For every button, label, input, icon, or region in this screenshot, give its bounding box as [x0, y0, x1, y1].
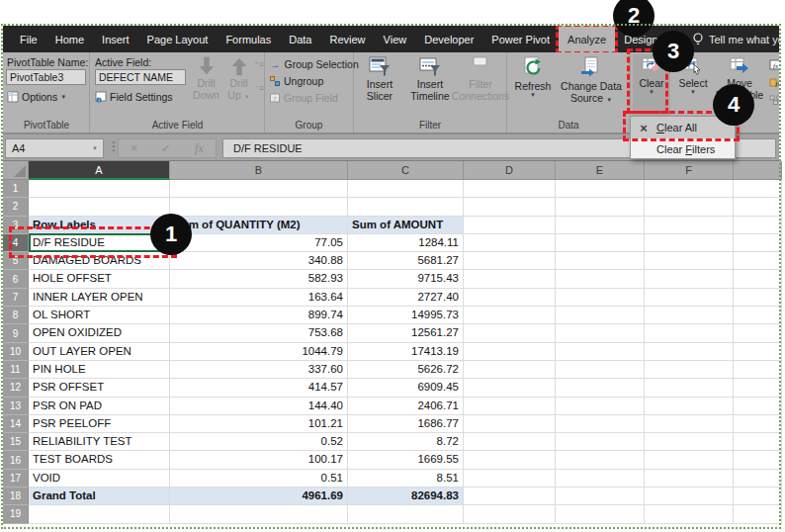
cell-g10[interactable]	[734, 343, 782, 361]
cell-e17[interactable]	[556, 470, 645, 488]
cell-f1[interactable]	[645, 180, 734, 198]
cell-d4[interactable]	[464, 234, 556, 252]
cell-a1[interactable]	[29, 180, 170, 198]
cell-e14[interactable]	[556, 415, 645, 433]
relationships-button[interactable]: R	[769, 94, 779, 106]
cell-a13[interactable]: PSR ON PAD	[29, 398, 170, 415]
drill-up-button[interactable]: Drill Up ▼	[222, 55, 255, 101]
group-field-button[interactable]: 7 Group Field	[270, 92, 338, 104]
cell-a10[interactable]: OUT LAYER OPEN	[29, 343, 170, 361]
cell-b18[interactable]: 4961.69	[170, 488, 348, 505]
cell-e5[interactable]	[556, 252, 645, 270]
column-header-e[interactable]: E	[556, 161, 645, 180]
cell-b10[interactable]: 1044.79	[170, 343, 348, 361]
cell-g18[interactable]	[734, 488, 782, 505]
cell-g14[interactable]	[734, 415, 782, 433]
cell-f5[interactable]	[645, 252, 734, 270]
enter-icon[interactable]: ✓	[161, 141, 171, 155]
row-header-15[interactable]: 15	[3, 433, 29, 451]
row-header-16[interactable]: 16	[3, 451, 29, 469]
cell-c13[interactable]: 2406.71	[348, 398, 464, 415]
cell-c7[interactable]: 2727.40	[348, 289, 464, 307]
tab-formulas[interactable]: Formulas	[217, 26, 280, 52]
cell-b17[interactable]: 0.51	[170, 470, 348, 488]
cell-c6[interactable]: 9715.43	[348, 270, 464, 288]
cell-f3[interactable]	[645, 217, 734, 234]
cell-c3[interactable]: Sum of AMOUNT	[348, 217, 464, 234]
cell-g9[interactable]	[734, 324, 782, 342]
insert-function-icon[interactable]: fx	[195, 140, 204, 156]
cell-g12[interactable]	[734, 379, 782, 397]
cell-b1[interactable]	[170, 180, 348, 198]
cell-b2[interactable]	[170, 198, 348, 216]
cell-e11[interactable]	[556, 361, 645, 379]
cell-e15[interactable]	[556, 433, 645, 451]
row-header-17[interactable]: 17	[3, 470, 29, 488]
cell-b19[interactable]	[170, 505, 348, 523]
cell-e3[interactable]	[556, 217, 645, 234]
cell-c12[interactable]: 6909.45	[348, 379, 464, 397]
cell-c18[interactable]: 82694.83	[348, 488, 464, 505]
tab-analyze[interactable]: Analyze	[559, 26, 615, 52]
cell-f4[interactable]	[645, 234, 734, 252]
cell-c8[interactable]: 14995.73	[348, 307, 464, 324]
cell-b14[interactable]: 101.21	[170, 415, 348, 433]
cell-a6[interactable]: HOLE OFFSET	[29, 270, 170, 288]
cell-a18[interactable]: Grand Total	[29, 488, 170, 505]
cell-g1[interactable]	[734, 180, 782, 198]
cell-b11[interactable]: 337.60	[170, 361, 348, 379]
tab-file[interactable]: File	[11, 26, 46, 52]
cell-f11[interactable]	[645, 361, 734, 379]
cell-f15[interactable]	[645, 433, 734, 451]
row-header-7[interactable]: 7	[3, 289, 29, 307]
cell-b9[interactable]: 753.68	[170, 324, 348, 342]
cell-g13[interactable]	[734, 398, 782, 415]
field-settings-button[interactable]: i Field Settings	[95, 91, 173, 103]
cell-b4[interactable]: 77.05	[170, 234, 348, 252]
row-header-5[interactable]: 5	[3, 252, 29, 270]
cell-c4[interactable]: 1284.11	[348, 234, 464, 252]
cell-a3[interactable]: Row Labels	[29, 217, 170, 234]
ungroup-button[interactable]: Ungroup	[270, 75, 323, 87]
cell-e6[interactable]	[556, 270, 645, 288]
tab-home[interactable]: Home	[46, 26, 93, 52]
cell-f19[interactable]	[645, 505, 734, 523]
cell-g16[interactable]	[734, 451, 782, 469]
cell-b15[interactable]: 0.52	[170, 433, 348, 451]
cell-a19[interactable]	[29, 505, 170, 523]
row-header-14[interactable]: 14	[3, 415, 29, 433]
row-header-9[interactable]: 9	[3, 324, 29, 342]
cell-a9[interactable]: OPEN OXIDIZED	[29, 324, 170, 342]
insert-timeline-button[interactable]: Insert Timeline	[404, 56, 456, 102]
refresh-button[interactable]: Refresh ▼	[511, 56, 555, 98]
row-header-3[interactable]: 3	[3, 217, 29, 234]
cell-f7[interactable]	[645, 289, 734, 307]
row-header-19[interactable]: 19	[3, 505, 29, 523]
olap-tools-button[interactable]: fx O	[769, 76, 779, 88]
cell-g7[interactable]	[734, 289, 782, 307]
cell-f14[interactable]	[645, 415, 734, 433]
column-header-f[interactable]: F	[645, 161, 734, 180]
options-button[interactable]: Options ▼	[7, 91, 66, 103]
cell-d12[interactable]	[464, 379, 556, 397]
cell-d19[interactable]	[464, 505, 556, 523]
cell-a12[interactable]: PSR OFFSET	[29, 379, 170, 397]
cell-c2[interactable]	[348, 198, 464, 216]
tab-insert[interactable]: Insert	[93, 26, 138, 52]
cell-c10[interactable]: 17413.19	[348, 343, 464, 361]
cell-c11[interactable]: 5626.72	[348, 361, 464, 379]
cell-b6[interactable]: 582.93	[170, 270, 348, 288]
row-header-11[interactable]: 11	[3, 361, 29, 379]
change-data-source-button[interactable]: Change Data Source ▼	[557, 56, 626, 104]
cell-d13[interactable]	[464, 398, 556, 415]
row-header-2[interactable]: 2	[3, 198, 29, 216]
insert-slicer-button[interactable]: Insert Slicer	[357, 56, 402, 102]
cell-a16[interactable]: TEST BOARDS	[29, 451, 170, 469]
cell-d11[interactable]	[464, 361, 556, 379]
cell-d7[interactable]	[464, 289, 556, 307]
cell-g8[interactable]	[734, 307, 782, 324]
tab-view[interactable]: View	[375, 26, 416, 52]
cell-c17[interactable]: 8.51	[348, 470, 464, 488]
cell-b12[interactable]: 414.57	[170, 379, 348, 397]
cell-d5[interactable]	[464, 252, 556, 270]
